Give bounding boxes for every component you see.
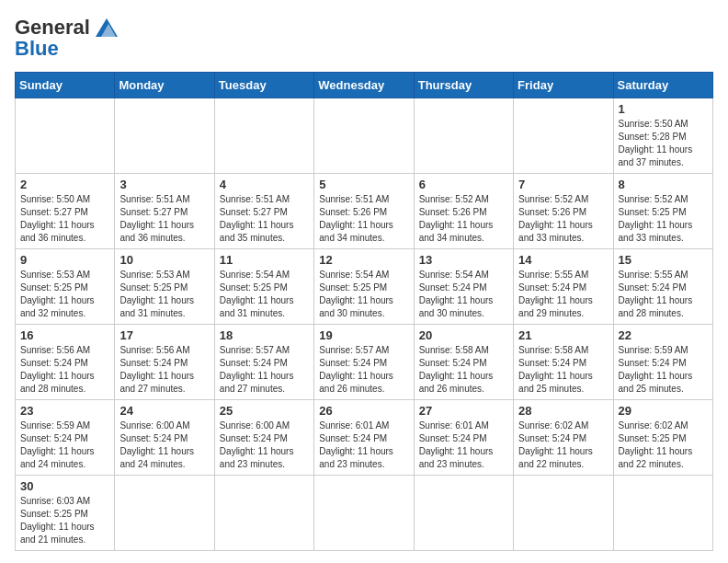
- week-row-1: 2Sunrise: 5:50 AM Sunset: 5:27 PM Daylig…: [16, 174, 713, 249]
- calendar-cell: 1Sunrise: 5:50 AM Sunset: 5:28 PM Daylig…: [613, 98, 712, 174]
- day-number: 27: [419, 404, 508, 418]
- calendar-cell: 17Sunrise: 5:56 AM Sunset: 5:24 PM Dayli…: [115, 325, 214, 400]
- calendar-cell: [214, 476, 313, 551]
- calendar-cell: 7Sunrise: 5:52 AM Sunset: 5:26 PM Daylig…: [514, 174, 613, 249]
- calendar-cell: 18Sunrise: 5:57 AM Sunset: 5:24 PM Dayli…: [214, 325, 313, 400]
- calendar-cell: 21Sunrise: 5:58 AM Sunset: 5:24 PM Dayli…: [514, 325, 613, 400]
- weekday-header-tuesday: Tuesday: [214, 73, 313, 98]
- calendar-cell: [115, 98, 214, 174]
- day-info: Sunrise: 6:01 AM Sunset: 5:24 PM Dayligh…: [419, 419, 508, 471]
- week-row-0: 1Sunrise: 5:50 AM Sunset: 5:28 PM Daylig…: [16, 98, 713, 174]
- day-number: 20: [419, 328, 508, 342]
- day-number: 6: [419, 178, 508, 191]
- calendar-cell: [16, 98, 115, 174]
- day-info: Sunrise: 5:59 AM Sunset: 5:24 PM Dayligh…: [619, 344, 708, 396]
- calendar-cell: 2Sunrise: 5:50 AM Sunset: 5:27 PM Daylig…: [16, 174, 115, 249]
- calendar-cell: [115, 476, 214, 551]
- day-number: 1: [619, 102, 708, 116]
- day-info: Sunrise: 5:58 AM Sunset: 5:24 PM Dayligh…: [419, 344, 508, 396]
- day-info: Sunrise: 5:59 AM Sunset: 5:24 PM Dayligh…: [20, 419, 109, 471]
- day-info: Sunrise: 6:02 AM Sunset: 5:25 PM Dayligh…: [619, 419, 708, 471]
- day-number: 23: [20, 404, 109, 418]
- day-number: 21: [518, 328, 608, 342]
- calendar-cell: [514, 98, 613, 174]
- calendar-cell: 5Sunrise: 5:51 AM Sunset: 5:26 PM Daylig…: [314, 174, 414, 249]
- calendar-cell: [414, 476, 513, 551]
- day-number: 29: [619, 404, 708, 418]
- calendar: SundayMondayTuesdayWednesdayThursdayFrid…: [15, 72, 713, 551]
- calendar-cell: 16Sunrise: 5:56 AM Sunset: 5:24 PM Dayli…: [16, 325, 115, 400]
- day-info: Sunrise: 5:53 AM Sunset: 5:25 PM Dayligh…: [119, 269, 209, 320]
- logo-blue-text: Blue: [15, 37, 59, 61]
- calendar-cell: 29Sunrise: 6:02 AM Sunset: 5:25 PM Dayli…: [613, 400, 712, 476]
- calendar-cell: 6Sunrise: 5:52 AM Sunset: 5:26 PM Daylig…: [414, 174, 513, 249]
- day-info: Sunrise: 5:55 AM Sunset: 5:24 PM Dayligh…: [518, 269, 608, 320]
- day-number: 4: [220, 178, 309, 191]
- calendar-cell: 10Sunrise: 5:53 AM Sunset: 5:25 PM Dayli…: [115, 249, 214, 325]
- weekday-header-monday: Monday: [115, 73, 214, 98]
- day-info: Sunrise: 5:52 AM Sunset: 5:25 PM Dayligh…: [619, 193, 708, 245]
- day-info: Sunrise: 5:57 AM Sunset: 5:24 PM Dayligh…: [220, 344, 309, 396]
- day-number: 11: [220, 253, 309, 267]
- calendar-cell: 11Sunrise: 5:54 AM Sunset: 5:25 PM Dayli…: [214, 249, 313, 325]
- week-row-4: 23Sunrise: 5:59 AM Sunset: 5:24 PM Dayli…: [16, 400, 713, 476]
- day-number: 25: [220, 404, 309, 418]
- logo: General Blue: [15, 15, 121, 61]
- day-number: 24: [119, 404, 209, 418]
- day-info: Sunrise: 5:51 AM Sunset: 5:26 PM Dayligh…: [319, 193, 408, 245]
- day-info: Sunrise: 5:54 AM Sunset: 5:24 PM Dayligh…: [419, 269, 508, 320]
- day-number: 18: [220, 328, 309, 342]
- day-info: Sunrise: 6:00 AM Sunset: 5:24 PM Dayligh…: [220, 419, 309, 471]
- calendar-cell: 12Sunrise: 5:54 AM Sunset: 5:25 PM Dayli…: [314, 249, 414, 325]
- header: General Blue: [15, 15, 713, 61]
- week-row-2: 9Sunrise: 5:53 AM Sunset: 5:25 PM Daylig…: [16, 249, 713, 325]
- day-number: 14: [518, 253, 608, 267]
- calendar-cell: 13Sunrise: 5:54 AM Sunset: 5:24 PM Dayli…: [414, 249, 513, 325]
- weekday-header-thursday: Thursday: [414, 73, 513, 98]
- calendar-cell: 28Sunrise: 6:02 AM Sunset: 5:24 PM Dayli…: [514, 400, 613, 476]
- day-number: 2: [20, 178, 109, 191]
- day-info: Sunrise: 5:55 AM Sunset: 5:24 PM Dayligh…: [619, 269, 708, 320]
- day-number: 26: [319, 404, 408, 418]
- day-info: Sunrise: 6:01 AM Sunset: 5:24 PM Dayligh…: [319, 419, 408, 471]
- calendar-cell: 15Sunrise: 5:55 AM Sunset: 5:24 PM Dayli…: [613, 249, 712, 325]
- day-info: Sunrise: 5:52 AM Sunset: 5:26 PM Dayligh…: [518, 193, 608, 245]
- day-number: 10: [119, 253, 209, 267]
- week-row-3: 16Sunrise: 5:56 AM Sunset: 5:24 PM Dayli…: [16, 325, 713, 400]
- day-number: 9: [20, 253, 109, 267]
- day-info: Sunrise: 5:51 AM Sunset: 5:27 PM Dayligh…: [119, 193, 209, 245]
- logo-blue-icon: [92, 15, 121, 40]
- calendar-cell: 4Sunrise: 5:51 AM Sunset: 5:27 PM Daylig…: [214, 174, 313, 249]
- day-info: Sunrise: 5:52 AM Sunset: 5:26 PM Dayligh…: [419, 193, 508, 245]
- calendar-cell: [214, 98, 313, 174]
- week-row-5: 30Sunrise: 6:03 AM Sunset: 5:25 PM Dayli…: [16, 476, 713, 551]
- day-number: 17: [119, 328, 209, 342]
- day-info: Sunrise: 5:56 AM Sunset: 5:24 PM Dayligh…: [20, 344, 109, 396]
- calendar-cell: 23Sunrise: 5:59 AM Sunset: 5:24 PM Dayli…: [16, 400, 115, 476]
- calendar-cell: 19Sunrise: 5:57 AM Sunset: 5:24 PM Dayli…: [314, 325, 414, 400]
- day-info: Sunrise: 6:00 AM Sunset: 5:24 PM Dayligh…: [119, 419, 209, 471]
- day-number: 30: [20, 479, 109, 493]
- day-info: Sunrise: 6:02 AM Sunset: 5:24 PM Dayligh…: [518, 419, 608, 471]
- day-info: Sunrise: 6:03 AM Sunset: 5:25 PM Dayligh…: [20, 495, 109, 546]
- day-info: Sunrise: 5:54 AM Sunset: 5:25 PM Dayligh…: [319, 269, 408, 320]
- day-info: Sunrise: 5:50 AM Sunset: 5:28 PM Dayligh…: [619, 118, 708, 169]
- day-number: 22: [619, 328, 708, 342]
- calendar-cell: 20Sunrise: 5:58 AM Sunset: 5:24 PM Dayli…: [414, 325, 513, 400]
- weekday-header-row: SundayMondayTuesdayWednesdayThursdayFrid…: [16, 73, 713, 98]
- day-number: 5: [319, 178, 408, 191]
- day-info: Sunrise: 5:58 AM Sunset: 5:24 PM Dayligh…: [518, 344, 608, 396]
- calendar-cell: 27Sunrise: 6:01 AM Sunset: 5:24 PM Dayli…: [414, 400, 513, 476]
- day-number: 15: [619, 253, 708, 267]
- day-info: Sunrise: 5:54 AM Sunset: 5:25 PM Dayligh…: [220, 269, 309, 320]
- day-info: Sunrise: 5:56 AM Sunset: 5:24 PM Dayligh…: [119, 344, 209, 396]
- calendar-cell: 9Sunrise: 5:53 AM Sunset: 5:25 PM Daylig…: [16, 249, 115, 325]
- calendar-cell: [314, 476, 414, 551]
- day-number: 16: [20, 328, 109, 342]
- calendar-cell: 25Sunrise: 6:00 AM Sunset: 5:24 PM Dayli…: [214, 400, 313, 476]
- calendar-cell: 30Sunrise: 6:03 AM Sunset: 5:25 PM Dayli…: [16, 476, 115, 551]
- calendar-cell: 26Sunrise: 6:01 AM Sunset: 5:24 PM Dayli…: [314, 400, 414, 476]
- calendar-cell: [314, 98, 414, 174]
- day-number: 8: [619, 178, 708, 191]
- calendar-cell: [613, 476, 712, 551]
